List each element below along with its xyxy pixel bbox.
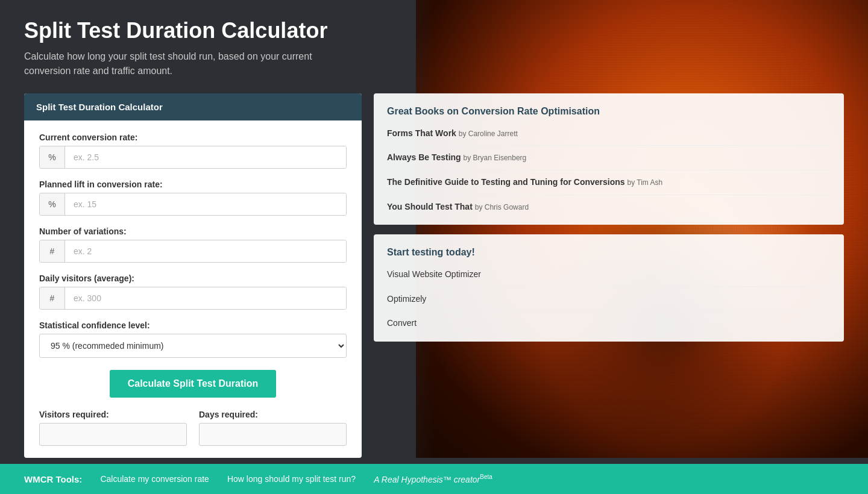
book-title: Forms That Work	[387, 128, 456, 138]
variations-group: Number of variations: #	[39, 227, 347, 263]
beta-badge: Beta	[480, 474, 492, 480]
tool-name: Visual Website Optimizer	[387, 269, 481, 279]
book-author: by Tim Ash	[627, 178, 663, 187]
variations-input-wrapper: #	[39, 240, 347, 263]
calculate-button[interactable]: Calculate Split Test Duration	[110, 370, 277, 398]
conversion-rate-group: Current conversion rate: %	[39, 133, 347, 169]
days-required-group: Days required:	[199, 410, 347, 446]
daily-visitors-group: Daily visitors (average): #	[39, 274, 347, 310]
book-title: Always Be Testing	[387, 152, 461, 162]
page-footer: WMCR Tools: Calculate my conversion rate…	[0, 464, 868, 494]
calculator-card: Split Test Duration Calculator Current c…	[24, 93, 362, 458]
variations-label: Number of variations:	[39, 227, 347, 236]
calculator-header: Split Test Duration Calculator	[24, 93, 362, 120]
list-item[interactable]: Visual Website Optimizer	[387, 269, 831, 287]
list-item[interactable]: Optimizely	[387, 287, 831, 312]
conversion-rate-prefix: %	[40, 146, 65, 168]
conversion-rate-input[interactable]	[65, 146, 346, 168]
confidence-level-select[interactable]: 90 % (minimum) 95 % (recommeded minimum)…	[39, 334, 347, 358]
books-card-title: Great Books on Conversion Rate Optimisat…	[387, 105, 831, 118]
footer-link-conversion-rate[interactable]: Calculate my conversion rate	[100, 474, 209, 484]
daily-visitors-input-wrapper: #	[39, 287, 347, 310]
daily-visitors-label: Daily visitors (average):	[39, 274, 347, 283]
planned-lift-input[interactable]	[65, 193, 346, 215]
book-title: You Should Test That	[387, 202, 473, 211]
planned-lift-prefix: %	[40, 193, 65, 215]
days-required-input	[199, 423, 347, 446]
tools-card: Start testing today! Visual Website Opti…	[374, 234, 844, 342]
footer-link-hypothesis[interactable]: A Real Hypothesis™ creatorBeta	[374, 474, 492, 484]
footer-brand: WMCR Tools:	[24, 474, 82, 484]
tool-list: Visual Website Optimizer Optimizely Conv…	[387, 269, 831, 330]
page-title: Split Test Duration Calculator	[24, 18, 844, 43]
book-list: Forms That Work by Caroline Jarrett Alwa…	[387, 128, 831, 213]
visitors-required-input	[39, 423, 187, 446]
list-item: Forms That Work by Caroline Jarrett	[387, 128, 831, 146]
confidence-level-label: Statistical confidence level:	[39, 320, 347, 330]
page-subtitle: Calculate how long your split test shoul…	[24, 49, 338, 78]
days-required-label: Days required:	[199, 410, 347, 419]
planned-lift-group: Planned lift in conversion rate: %	[39, 180, 347, 216]
variations-input[interactable]	[65, 240, 346, 262]
visitors-required-label: Visitors required:	[39, 410, 187, 419]
results-row: Visitors required: Days required:	[39, 410, 347, 446]
book-author: by Caroline Jarrett	[459, 130, 518, 138]
daily-visitors-prefix: #	[40, 287, 65, 309]
book-author: by Chris Goward	[475, 203, 529, 211]
books-card: Great Books on Conversion Rate Optimisat…	[374, 93, 844, 225]
planned-lift-input-wrapper: %	[39, 193, 347, 216]
conversion-rate-input-wrapper: %	[39, 146, 347, 169]
book-title: The Definitive Guide to Testing and Tuni…	[387, 177, 625, 187]
list-item: You Should Test That by Chris Goward	[387, 195, 831, 213]
visitors-required-group: Visitors required:	[39, 410, 187, 446]
tool-name: Convert	[387, 318, 417, 328]
tools-card-title: Start testing today!	[387, 246, 831, 259]
list-item[interactable]: Convert	[387, 311, 831, 330]
calculator-body: Current conversion rate: % Planned lift …	[24, 120, 362, 458]
list-item: The Definitive Guide to Testing and Tuni…	[387, 170, 831, 195]
variations-prefix: #	[40, 240, 65, 262]
list-item: Always Be Testing by Bryan Eisenberg	[387, 146, 831, 170]
footer-link-split-test[interactable]: How long should my split test run?	[227, 474, 356, 484]
right-column: Great Books on Conversion Rate Optimisat…	[374, 93, 844, 342]
main-layout: Split Test Duration Calculator Current c…	[24, 93, 844, 458]
tool-name: Optimizely	[387, 294, 426, 304]
conversion-rate-label: Current conversion rate:	[39, 133, 347, 142]
planned-lift-label: Planned lift in conversion rate:	[39, 180, 347, 189]
book-author: by Bryan Eisenberg	[464, 154, 527, 162]
daily-visitors-input[interactable]	[65, 287, 346, 309]
confidence-level-group: Statistical confidence level: 90 % (mini…	[39, 320, 347, 358]
